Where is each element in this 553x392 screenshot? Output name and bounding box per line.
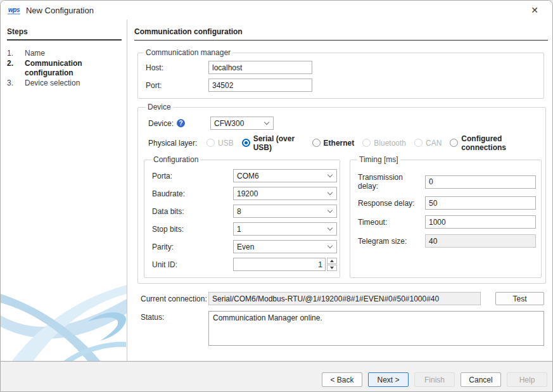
test-button[interactable]: Test	[495, 292, 544, 305]
status-row: Status: Communication Manager online.	[134, 311, 544, 346]
cancel-button[interactable]: Cancel	[461, 372, 501, 387]
baudrate-select[interactable]: 19200	[233, 187, 337, 200]
porta-select-value: COM6	[237, 172, 259, 180]
step-label: Name	[25, 49, 123, 58]
new-configuration-dialog: wps New Configuration ✕ Steps 1. Name 2.…	[0, 0, 553, 392]
radio-selected-icon	[242, 139, 250, 147]
parity-select-value: Even	[237, 243, 254, 251]
finish-button: Finish	[414, 372, 455, 387]
host-input[interactable]: localhost	[208, 61, 312, 74]
step-item-name: 1. Name	[1, 49, 127, 59]
device-select[interactable]: CFW300	[210, 117, 274, 130]
radio-configured-connections[interactable]: Configured connections	[450, 134, 533, 152]
porta-select[interactable]: COM6	[233, 169, 337, 182]
stop-bits-select[interactable]: 1	[233, 222, 337, 236]
close-icon[interactable]: ✕	[529, 4, 540, 16]
parity-label: Parity:	[149, 243, 233, 251]
device-legend: Device	[146, 103, 173, 111]
radio-bluetooth: Bluetooth	[362, 139, 406, 148]
chevron-down-icon	[327, 243, 333, 248]
step-item-communication-configuration: 2. Communication configuration	[1, 59, 127, 79]
chevron-down-icon	[264, 120, 269, 125]
device-label: Device:	[148, 119, 174, 128]
triangle-up-icon	[330, 260, 334, 262]
radio-ethernet[interactable]: Ethernet	[312, 139, 355, 148]
unit-id-label: Unit ID:	[149, 260, 233, 269]
spinner-buttons	[327, 258, 337, 271]
main-panel: Communication configuration Communicatio…	[128, 20, 552, 361]
radio-circle-icon	[414, 139, 423, 147]
radio-label: Ethernet	[324, 139, 355, 148]
timeout-label: Timeout:	[355, 218, 425, 227]
page-title: Communication configuration	[134, 27, 548, 41]
chevron-down-icon	[327, 225, 333, 231]
footer-bar: < Back Next > Finish Cancel Help	[1, 361, 552, 391]
current-connection-row: Current connection: Serial/COM6/Modbus-R…	[134, 292, 544, 305]
chevron-down-icon	[327, 208, 333, 213]
radio-circle-icon	[362, 139, 371, 147]
port-input[interactable]: 34502	[208, 79, 312, 92]
data-bits-label: Data bits:	[149, 207, 233, 216]
physical-layer-label: Physical layer:	[144, 139, 207, 148]
stop-bits-select-value: 1	[237, 225, 241, 234]
chevron-down-icon	[327, 172, 333, 177]
radio-label: CAN	[426, 139, 442, 148]
radio-label: Configured connections	[461, 134, 533, 152]
communication-manager-legend: Communication manager	[144, 48, 232, 57]
current-connection-field: Serial/COM6/Modbus-RTU/@1#19200#8#1#EVEN…	[208, 292, 481, 305]
radio-usb: USB	[207, 139, 234, 148]
timeout-input[interactable]: 1000	[425, 215, 536, 229]
spin-down-button[interactable]	[327, 265, 337, 271]
radio-label: Serial (over USB)	[253, 134, 304, 152]
next-button[interactable]: Next >	[368, 372, 409, 387]
radio-label: USB	[218, 139, 234, 148]
baudrate-label: Baudrate:	[149, 189, 233, 198]
step-number: 2.	[7, 59, 25, 78]
telegram-size-label: Telegram size:	[355, 237, 425, 246]
radio-circle-icon	[312, 139, 321, 147]
timing-legend: Timing [ms]	[357, 155, 400, 164]
sidebar-decoration	[1, 266, 127, 361]
steps-heading: Steps	[7, 27, 122, 41]
baudrate-select-value: 19200	[237, 189, 258, 198]
status-textarea: Communication Manager online.	[208, 311, 544, 346]
response-delay-input[interactable]: 50	[425, 196, 536, 210]
help-button: Help	[507, 372, 547, 387]
radio-label: Bluetooth	[374, 139, 406, 148]
configuration-group: Configuration Porta: COM6 Baudrate: 1920…	[144, 155, 340, 278]
data-bits-select[interactable]: 8	[233, 205, 337, 218]
timing-group: Timing [ms] Transmission delay: 0 Respon…	[350, 155, 542, 278]
host-label: Host:	[142, 63, 208, 72]
device-select-value: CFW300	[214, 119, 244, 128]
current-connection-label: Current connection:	[134, 294, 208, 303]
steps-list: 1. Name 2. Communication configuration 3…	[1, 49, 127, 89]
port-label: Port:	[142, 81, 208, 90]
unit-id-stepper[interactable]: 1	[233, 258, 337, 271]
transmission-delay-input[interactable]: 0	[425, 175, 536, 189]
status-label: Status:	[134, 311, 208, 322]
step-item-device-selection: 3. Device selection	[1, 79, 127, 89]
title-bar[interactable]: wps New Configuration ✕	[1, 1, 552, 20]
response-delay-label: Response delay:	[355, 199, 425, 208]
unit-id-value[interactable]: 1	[233, 258, 326, 271]
radio-serial-over-usb[interactable]: Serial (over USB)	[242, 134, 304, 152]
step-number: 3.	[7, 79, 25, 88]
communication-manager-group: Communication manager Host: localhost Po…	[137, 48, 544, 99]
help-icon[interactable]: ?	[177, 119, 185, 127]
configuration-legend: Configuration	[151, 155, 200, 164]
radio-can: CAN	[414, 139, 442, 148]
wps-logo-icon: wps	[8, 6, 20, 15]
back-button[interactable]: < Back	[322, 372, 362, 387]
parity-select[interactable]: Even	[233, 240, 337, 253]
steps-sidebar: Steps 1. Name 2. Communication configura…	[1, 20, 127, 361]
window-title: New Configuration	[26, 6, 94, 15]
device-group: Device Device: ? CFW300 Physical layer: …	[137, 103, 546, 284]
telegram-size-field: 40	[425, 234, 536, 248]
porta-label: Porta:	[149, 172, 233, 180]
chevron-down-icon	[327, 190, 333, 195]
radio-circle-icon	[207, 139, 215, 147]
transmission-delay-label: Transmission delay:	[355, 173, 425, 191]
spin-up-button[interactable]	[327, 258, 337, 264]
radio-circle-icon	[450, 139, 458, 147]
data-bits-select-value: 8	[237, 207, 241, 216]
